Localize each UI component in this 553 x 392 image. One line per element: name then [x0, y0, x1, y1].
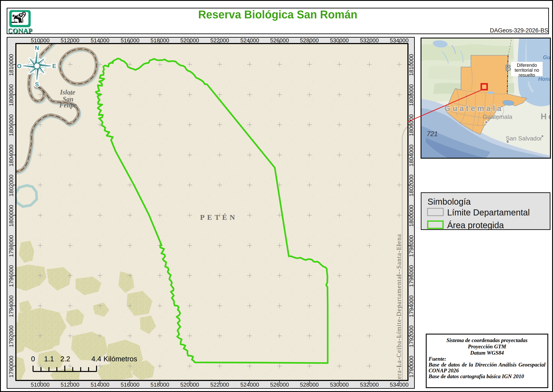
- svg-text:PETÉN: PETÉN: [200, 213, 237, 221]
- svg-text:CONAP: CONAP: [9, 27, 32, 35]
- svg-text:721: 721: [427, 130, 438, 138]
- svg-text:Felipe: Felipe: [59, 101, 77, 109]
- svg-text:territorial no: territorial no: [515, 68, 539, 73]
- svg-text:Diferendo: Diferendo: [517, 63, 537, 68]
- svg-text:4.4: 4.4: [91, 355, 101, 363]
- svg-text:retera-La-Ceiba-Límite-Departa: retera-La-Ceiba-Límite-Departamental--Sa…: [395, 234, 402, 380]
- svg-text:S: S: [35, 81, 39, 88]
- svg-text:Gu: Gu: [543, 54, 550, 60]
- svg-text:Ho: Ho: [541, 112, 550, 121]
- svg-text:resuelto: resuelto: [519, 73, 535, 78]
- svg-text:Kilómetros: Kilómetros: [104, 355, 137, 363]
- svg-text:2.2: 2.2: [60, 355, 70, 363]
- svg-text:Hona: Hona: [538, 76, 550, 82]
- svg-text:Islote: Islote: [60, 88, 75, 96]
- svg-text:Guatemala: Guatemala: [444, 104, 504, 113]
- svg-text:Guatemala: Guatemala: [483, 113, 512, 120]
- svg-text:O: O: [17, 63, 21, 69]
- svg-text:0: 0: [31, 355, 35, 363]
- svg-text:E: E: [52, 63, 56, 69]
- svg-text:1.1: 1.1: [44, 355, 54, 363]
- svg-text:N: N: [35, 45, 39, 51]
- svg-text:San Salvador: San Salvador: [506, 135, 542, 142]
